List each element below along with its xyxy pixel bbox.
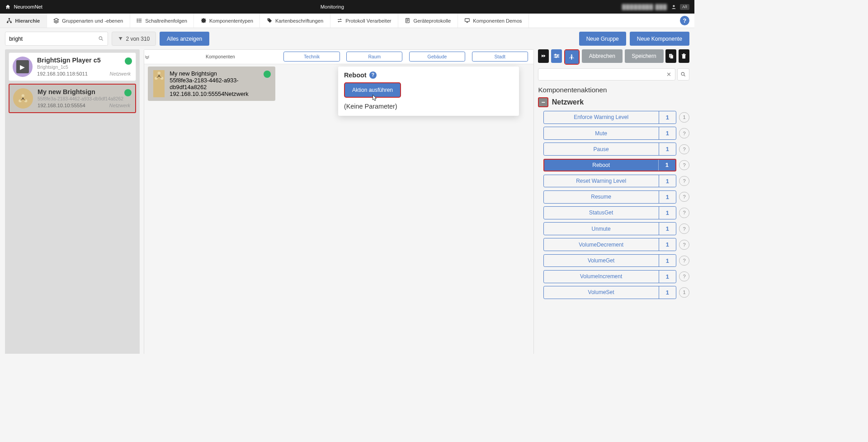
brand[interactable]: NeuroomNet <box>5 4 42 10</box>
new-component-button[interactable]: Neue Komponente <box>630 32 689 45</box>
svg-point-25 <box>157 71 160 74</box>
hierarchy-pill-stadt[interactable]: Stadt <box>472 52 528 62</box>
tab-kartenbeschriftungen[interactable]: Kartenbeschriftungen <box>260 14 330 28</box>
cancel-button[interactable]: Abbrechen <box>582 49 623 63</box>
action-count: 1 <box>659 271 676 283</box>
action-help-icon[interactable]: 1 <box>679 112 689 122</box>
tab-hierarchie[interactable]: Hierarchie <box>0 14 47 28</box>
action-button-volumeincrement[interactable]: VolumeIncrement1 <box>543 270 676 283</box>
action-row: Reboot1? <box>543 159 689 172</box>
action-help-icon[interactable]: ? <box>679 208 689 218</box>
search-box[interactable] <box>5 32 108 45</box>
new-group-button[interactable]: Neue Gruppe <box>579 32 626 45</box>
clear-icon[interactable]: ✕ <box>666 71 671 78</box>
component-card[interactable]: ▶BrightSign Player c5Brightsign_1c5192.1… <box>9 52 137 81</box>
action-help-icon[interactable]: ? <box>679 271 689 281</box>
tab-ger-teprotokolle[interactable]: Geräteprotokolle <box>398 14 458 28</box>
action-count: 1 <box>659 286 676 299</box>
card-subtitle: 55f8fe3a-2183-4462-a933-db9df14a8262 <box>38 96 130 101</box>
action-button-enforce-warning-level[interactable]: Enforce Warning Level1 <box>543 111 676 124</box>
card-ip: 192.168.100.118:5011 <box>37 71 88 76</box>
filter-count[interactable]: 2 von 310 <box>112 32 156 45</box>
running-actions-button[interactable] <box>565 50 579 64</box>
action-label: VolumeIncrement <box>544 271 659 283</box>
selected-component-card[interactable]: My new Brightsign 55f8fe3a-2183-4462-a93… <box>148 67 275 101</box>
action-help-icon[interactable]: ? <box>679 176 689 186</box>
action-help-icon[interactable]: ? <box>679 160 689 170</box>
hierarchy-pill-gebäude[interactable]: Gebäude <box>409 52 465 62</box>
action-row: Unmute1? <box>543 222 689 235</box>
popup-help-icon[interactable]: ? <box>369 71 377 79</box>
keyboard-badge[interactable]: A/I <box>680 4 689 10</box>
right-search-row: ✕ <box>538 68 689 81</box>
action-button-volumeset[interactable]: VolumeSet1 <box>543 286 676 299</box>
mid-card-title: My new Brightsign <box>170 70 270 77</box>
hierarchy-pill-raum[interactable]: Raum <box>346 52 402 62</box>
action-row: Reset Warning Level1? <box>543 175 689 188</box>
svg-marker-29 <box>542 55 543 57</box>
tab-label: Geräteprotokolle <box>414 18 451 24</box>
tab-schaltreihenfolgen[interactable]: Schaltreihenfolgen <box>130 14 194 28</box>
action-button-unmute[interactable]: Unmute1 <box>543 222 676 235</box>
card-title: BrightSign Player c5 <box>37 57 131 64</box>
hierarchy-pill-technik[interactable]: Technik <box>283 52 340 62</box>
action-button-volumeget[interactable]: VolumeGet1 <box>543 254 676 267</box>
component-icon <box>153 70 165 97</box>
action-help-icon[interactable]: ? <box>679 192 689 202</box>
action-help-icon[interactable]: ? <box>679 128 689 138</box>
action-button-pause[interactable]: Pause1 <box>543 143 676 156</box>
tab-label: Protokoll Verarbeiter <box>345 18 391 24</box>
action-help-icon[interactable]: 1 <box>679 287 689 297</box>
action-button-reboot[interactable]: Reboot1 <box>543 159 676 172</box>
play-icon: ▶ <box>16 60 29 73</box>
tab-bar: HierarchieGruppenarten und -ebenenSchalt… <box>0 14 694 28</box>
tab-protokoll-verarbeiter[interactable]: Protokoll Verarbeiter <box>330 14 398 28</box>
tab-gruppenarten-und-ebenen[interactable]: Gruppenarten und -ebenen <box>47 14 130 28</box>
search-icon[interactable] <box>98 36 104 42</box>
user-icon[interactable] <box>671 4 677 10</box>
action-row: StatusGet1? <box>543 206 689 219</box>
help-button[interactable]: ? <box>675 14 694 28</box>
action-button-mute[interactable]: Mute1 <box>543 127 676 140</box>
component-card[interactable]: My new Brightsign55f8fe3a-2183-4462-a933… <box>9 84 137 113</box>
brand-label: NeuroomNet <box>14 4 42 10</box>
copy-button[interactable] <box>665 49 676 63</box>
status-dot-icon <box>125 57 132 65</box>
action-label: Unmute <box>544 223 659 235</box>
tab-komponenten-demos[interactable]: Komponenten Demos <box>458 14 529 28</box>
collapse-group-button[interactable]: − <box>538 97 548 107</box>
right-search-input[interactable]: ✕ <box>538 68 675 81</box>
action-row: Mute1? <box>543 127 689 140</box>
svg-point-19 <box>99 37 102 39</box>
delete-button[interactable] <box>679 49 689 63</box>
action-button-statusget[interactable]: StatusGet1 <box>543 206 676 219</box>
running-actions-button-wrapper <box>564 49 580 65</box>
tab-label: Komponenten Demos <box>473 18 522 24</box>
action-row: VolumeSet11 <box>543 286 689 299</box>
action-help-icon[interactable]: ? <box>679 256 689 266</box>
action-button-resume[interactable]: Resume1 <box>543 190 676 204</box>
action-count: 1 <box>659 191 676 203</box>
collapse-right-button[interactable] <box>538 49 549 63</box>
expand-all-icon[interactable] <box>144 54 159 59</box>
action-help-icon[interactable]: ? <box>679 240 689 250</box>
right-search-button[interactable] <box>677 68 689 81</box>
filter-row: 2 von 310 Alles anzeigen Neue Gruppe Neu… <box>0 28 694 49</box>
action-button-volumedecrement[interactable]: VolumeDecrement1 <box>543 238 676 251</box>
svg-rect-2 <box>7 22 8 24</box>
svg-rect-1 <box>9 19 10 20</box>
execute-action-button[interactable]: Aktion ausführen <box>344 82 401 98</box>
tab-komponententypen[interactable]: Komponententypen <box>194 14 260 28</box>
search-input[interactable] <box>9 36 98 42</box>
action-button-reset-warning-level[interactable]: Reset Warning Level1 <box>543 175 676 188</box>
svg-rect-42 <box>683 53 684 54</box>
action-label: Enforce Warning Level <box>544 111 659 124</box>
action-help-icon[interactable]: ? <box>679 223 689 233</box>
sliders-button[interactable] <box>551 49 562 63</box>
page-title: Monitoring <box>42 4 622 10</box>
svg-point-35 <box>557 56 558 57</box>
show-all-button[interactable]: Alles anzeigen <box>160 32 209 45</box>
action-help-icon[interactable]: ? <box>679 144 689 154</box>
save-button[interactable]: Speichern <box>625 49 664 63</box>
svg-rect-40 <box>683 55 686 58</box>
